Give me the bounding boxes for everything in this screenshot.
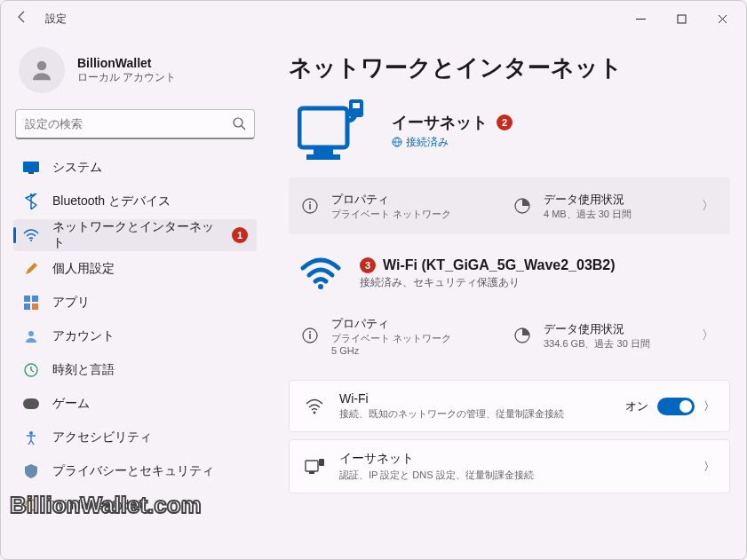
network-icon [22, 226, 40, 244]
data-usage-sub: 334.6 GB、過去 30 日間 [544, 337, 650, 351]
ethernet-card-sub: 認証、IP 設定と DNS 設定、従量制課金接続 [339, 469, 588, 482]
ethernet-card-right: 〉 [703, 459, 715, 475]
globe-icon [392, 137, 402, 147]
accessibility-icon [22, 429, 40, 446]
nav-privacy[interactable]: プライバシーとセキュリティ [13, 455, 257, 487]
ethernet-status: 接続済み [406, 135, 449, 150]
toggle-label: オン [625, 398, 648, 414]
nav-label: プライバシーとセキュリティ [52, 463, 214, 479]
wifi-data-usage-cell[interactable]: データ使用状況 334.6 GB、過去 30 日間 [513, 321, 682, 351]
data-usage-icon [513, 197, 531, 215]
data-usage-sub: 4 MB、過去 30 日間 [544, 208, 632, 221]
svg-rect-29 [309, 334, 311, 339]
nav-label: アプリ [52, 295, 90, 311]
svg-point-3 [234, 118, 242, 127]
svg-rect-20 [353, 103, 360, 108]
svg-point-7 [30, 240, 32, 241]
ethernet-title: イーサネット [392, 112, 488, 133]
nav-network[interactable]: ネットワークとインターネット 1 [13, 219, 257, 251]
settings-window: 設定 BillionWallet ローカル アカウント [0, 0, 747, 560]
chevron-right-icon[interactable]: 〉 [703, 398, 715, 414]
wifi-card-title: Wi-Fi [339, 391, 611, 406]
chevron-right-icon[interactable]: 〉 [698, 327, 718, 343]
ethernet-card[interactable]: イーサネット 認証、IP 設定と DNS 設定、従量制課金接続 〉 [289, 439, 730, 493]
info-icon [301, 327, 319, 344]
main-content: ネットワークとインターネット イーサネット 2 接続済み [267, 36, 746, 559]
annotation-badge-3: 3 [360, 257, 376, 273]
nav-apps[interactable]: アプリ [13, 287, 257, 319]
nav-label: 個人用設定 [52, 261, 115, 277]
nav-time[interactable]: 時刻と言語 [13, 354, 257, 386]
wifi-icon [304, 398, 325, 414]
minimize-button[interactable] [620, 4, 661, 33]
search-input[interactable] [15, 109, 255, 139]
gaming-icon [22, 395, 40, 413]
chevron-right-icon[interactable]: 〉 [698, 198, 718, 214]
wifi-card[interactable]: Wi-Fi 接続、既知のネットワークの管理、従量制課金接続 オン 〉 [289, 380, 730, 432]
svg-rect-24 [309, 204, 311, 209]
nav-label: システム [52, 160, 102, 176]
wifi-hero-sub: 接続済み、セキュリティ保護あり [360, 275, 616, 290]
data-usage-label: データ使用状況 [544, 321, 650, 337]
svg-rect-1 [678, 15, 686, 23]
svg-point-26 [318, 284, 323, 289]
wifi-hero-icon [298, 256, 344, 291]
accounts-icon [22, 327, 40, 345]
ethernet-properties-cell[interactable]: プロパティ プライベート ネットワーク [301, 192, 497, 221]
nav-system[interactable]: システム [13, 152, 257, 184]
avatar [19, 47, 65, 93]
nav-personalization[interactable]: 個人用設定 [13, 253, 257, 285]
system-icon [22, 159, 40, 177]
nav-label: ネットワークとインターネット [52, 219, 225, 251]
close-button[interactable] [702, 4, 743, 33]
wifi-hero: 3 Wi-Fi (KT_GiGA_5G_Wave2_03B2) 接続済み、セキュ… [289, 250, 730, 307]
sidebar: BillionWallet ローカル アカウント システム Bluetooth … [1, 36, 267, 559]
user-block[interactable]: BillionWallet ローカル アカウント [13, 40, 257, 107]
svg-rect-9 [32, 296, 38, 302]
wifi-card-right: オン 〉 [625, 398, 715, 415]
properties-sub: プライベート ネットワーク [331, 208, 451, 221]
svg-rect-6 [28, 172, 34, 174]
svg-point-28 [309, 331, 311, 333]
maximize-button[interactable] [661, 4, 702, 33]
wifi-properties-cell[interactable]: プロパティ プライベート ネットワーク 5 GHz [301, 316, 497, 356]
ethernet-status-row: 接続済み [392, 135, 513, 150]
arrow-left-icon [15, 10, 29, 24]
brush-icon [22, 260, 40, 278]
svg-point-31 [314, 411, 316, 414]
update-icon [22, 496, 40, 514]
ethernet-data-usage-cell[interactable]: データ使用状況 4 MB、過去 30 日間 [513, 192, 682, 221]
nav-accessibility[interactable]: アクセシビリティ [13, 422, 257, 454]
data-usage-label: データ使用状況 [544, 192, 632, 208]
chevron-right-icon[interactable]: 〉 [703, 459, 715, 475]
svg-point-2 [37, 61, 47, 71]
ethernet-hero: イーサネット 2 接続済み [289, 99, 730, 162]
user-name: BillionWallet [77, 56, 176, 70]
svg-rect-14 [23, 398, 39, 409]
nav-bluetooth[interactable]: Bluetooth とデバイス [13, 185, 257, 217]
ethernet-hero-icon [298, 99, 374, 162]
data-usage-icon [513, 327, 531, 344]
ethernet-icon [304, 459, 325, 475]
search-wrap [15, 109, 255, 139]
properties-label: プロパティ [331, 192, 451, 208]
window-title: 設定 [45, 12, 67, 27]
wifi-summary-row: プロパティ プライベート ネットワーク 5 GHz データ使用状況 334.6 … [289, 307, 730, 364]
svg-rect-16 [299, 108, 347, 147]
svg-rect-10 [24, 304, 30, 310]
wifi-toggle[interactable] [657, 398, 695, 415]
properties-sub2: 5 GHz [331, 345, 451, 356]
bluetooth-icon [22, 193, 40, 210]
nav-update[interactable]: Windows Update [13, 489, 257, 521]
svg-rect-34 [319, 459, 324, 466]
annotation-badge-2: 2 [497, 114, 513, 130]
svg-rect-5 [23, 162, 39, 172]
back-button[interactable] [10, 10, 35, 28]
info-icon [301, 197, 319, 215]
maximize-icon [677, 14, 687, 24]
nav-gaming[interactable]: ゲーム [13, 388, 257, 420]
ethernet-title-row: イーサネット 2 [392, 112, 513, 133]
nav-label: Bluetooth とデバイス [52, 193, 171, 209]
svg-rect-18 [306, 154, 340, 160]
nav-accounts[interactable]: アカウント [13, 320, 257, 352]
